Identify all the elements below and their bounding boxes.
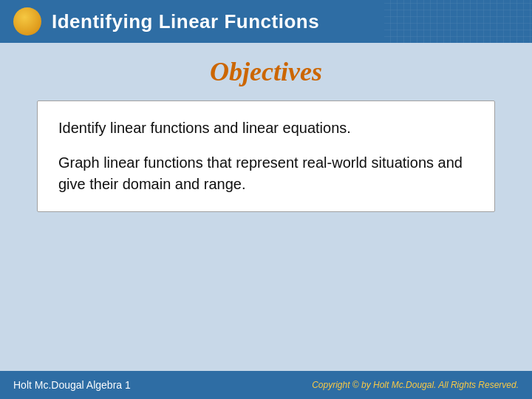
header-title: Identifying Linear Functions xyxy=(52,10,319,33)
objective-item-1: Identify linear functions and linear equ… xyxy=(58,117,474,139)
header-icon xyxy=(13,7,41,35)
footer-right-text: Copyright © by Holt Mc.Dougal. All Right… xyxy=(312,380,519,390)
main-content: Objectives Identify linear functions and… xyxy=(0,43,532,371)
header-pattern xyxy=(384,0,532,43)
slide: Identifying Linear Functions Objectives … xyxy=(0,0,532,399)
footer-bar: Holt Mc.Dougal Algebra 1 Copyright © by … xyxy=(0,371,532,399)
objective-item-2: Graph linear functions that represent re… xyxy=(58,152,474,195)
header-bar: Identifying Linear Functions xyxy=(0,0,532,43)
objectives-box: Identify linear functions and linear equ… xyxy=(37,100,495,212)
objectives-heading: Objectives xyxy=(210,56,322,87)
footer-left-text: Holt Mc.Dougal Algebra 1 xyxy=(13,379,131,391)
